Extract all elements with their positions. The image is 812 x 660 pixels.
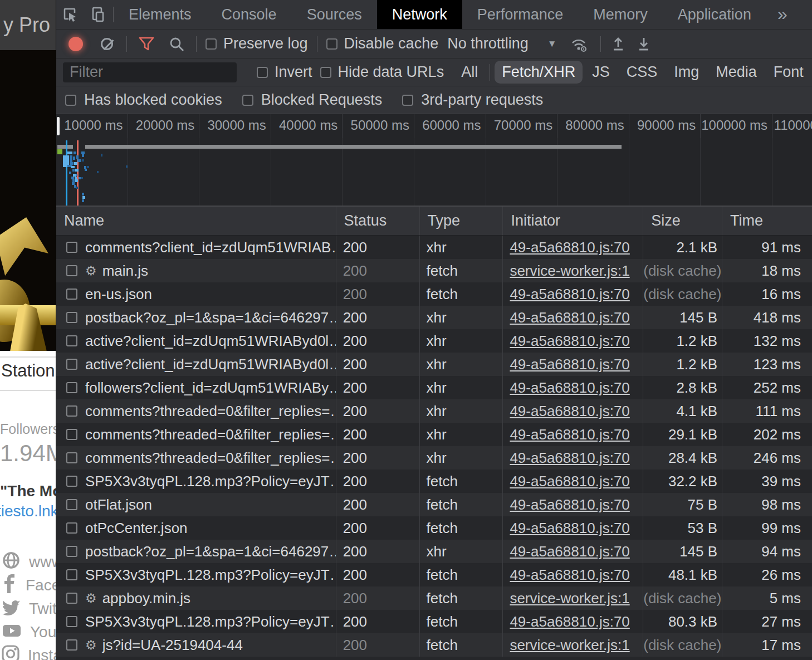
column-header-type[interactable]: Type [420, 207, 503, 235]
filter-type-img[interactable]: Img [667, 61, 706, 84]
initiator-link[interactable]: 49-a5a68810.js:70 [510, 309, 629, 326]
initiator-link[interactable]: service-worker.js:1 [510, 262, 629, 279]
table-row[interactable]: postback?oz_pl=1&spa=1&ci=646297…200xhr4… [56, 306, 812, 329]
initiator-link[interactable]: 49-a5a68810.js:70 [510, 426, 629, 443]
row-checkbox[interactable] [66, 522, 77, 534]
initiator-link[interactable]: 49-a5a68810.js:70 [510, 473, 629, 490]
tab-performance[interactable]: Performance [462, 0, 579, 29]
tab-console[interactable]: Console [207, 0, 292, 29]
request-name[interactable]: comments?threaded=0&filter_replies=… [85, 399, 336, 423]
column-header-size[interactable]: Size [643, 207, 722, 235]
more-tabs-icon[interactable]: » [766, 0, 799, 29]
initiator-link[interactable]: 49-a5a68810.js:70 [510, 333, 629, 349]
bio-link[interactable]: tiesto.lnk [0, 502, 56, 520]
social-link-facebook[interactable]: Faceb [1, 574, 56, 597]
column-header-initiator[interactable]: Initiator [503, 207, 643, 235]
tab-elements[interactable]: Elements [114, 0, 207, 29]
table-row[interactable]: ⚙main.js200fetchservice-worker.js:1(disk… [56, 259, 812, 282]
invert-checkbox[interactable] [257, 67, 268, 78]
row-checkbox[interactable] [66, 499, 77, 510]
row-checkbox[interactable] [66, 429, 77, 440]
filter-type-font[interactable]: Font [766, 61, 805, 84]
table-row[interactable]: followers?client_id=zdUqm51WRIABy…200xhr… [56, 376, 812, 399]
table-row[interactable]: en-us.json200fetch49-a5a68810.js:70(disk… [56, 282, 812, 306]
filter-type-fetch-xhr[interactable]: Fetch/XHR [495, 61, 583, 84]
row-checkbox[interactable] [66, 265, 77, 276]
table-row[interactable]: ⚙js?id=UA-2519404-44200fetchservice-work… [56, 633, 812, 657]
timeline-overview[interactable]: 10000 ms20000 ms30000 ms40000 ms50000 ms… [56, 114, 812, 207]
table-row[interactable]: SP5X3v3tyqPL.128.mp3?Policy=eyJT…200fetc… [56, 470, 812, 493]
initiator-link[interactable]: service-worker.js:1 [510, 637, 629, 653]
table-row[interactable]: otFlat.json200fetch49-a5a68810.js:7075 B… [56, 493, 812, 516]
row-checkbox[interactable] [66, 546, 77, 557]
row-checkbox[interactable] [66, 289, 77, 300]
request-name[interactable]: postback?oz_pl=1&spa=1&ci=646297… [85, 306, 336, 329]
row-checkbox[interactable] [66, 382, 77, 393]
search-icon[interactable] [168, 36, 185, 52]
row-checkbox[interactable] [66, 405, 77, 417]
filter-input[interactable] [63, 62, 237, 82]
initiator-link[interactable]: 49-a5a68810.js:70 [510, 543, 629, 560]
hide-data-urls-checkbox[interactable] [320, 67, 331, 78]
initiator-link[interactable]: 49-a5a68810.js:70 [510, 613, 629, 630]
request-name[interactable]: otFlat.json [85, 493, 152, 516]
row-checkbox[interactable] [66, 476, 77, 487]
hide-data-urls-toggle[interactable]: Hide data URLs [320, 63, 444, 81]
table-row[interactable]: postback?oz_pl=1&spa=1&ci=646297…200xhr4… [56, 540, 812, 563]
column-header-name[interactable]: Name [56, 207, 336, 235]
station-label[interactable]: Station [1, 361, 55, 381]
request-name[interactable]: en-us.json [85, 282, 152, 306]
initiator-link[interactable]: service-worker.js:1 [510, 590, 629, 607]
option-has-blocked-cookies[interactable]: Has blocked cookies [65, 91, 222, 109]
request-name[interactable]: active?client_id=zdUqm51WRIAByd0l… [85, 353, 336, 376]
clear-icon[interactable] [101, 38, 113, 50]
filter-type-media[interactable]: Media [708, 61, 764, 84]
initiator-link[interactable]: 49-a5a68810.js:70 [510, 286, 629, 302]
request-name[interactable]: postback?oz_pl=1&spa=1&ci=646297… [85, 540, 336, 563]
filter-type-css[interactable]: CSS [619, 61, 665, 84]
table-row[interactable]: active?client_id=zdUqm51WRIAByd0l…200xhr… [56, 329, 812, 353]
request-name[interactable]: SP5X3v3tyqPL.128.mp3?Policy=eyJT… [85, 470, 336, 493]
option-checkbox[interactable] [242, 95, 253, 106]
social-link-globe[interactable]: www.t [1, 550, 56, 574]
initiator-link[interactable]: 49-a5a68810.js:70 [510, 566, 629, 583]
table-row[interactable]: ⚙appboy.min.js200fetchservice-worker.js:… [56, 586, 812, 610]
waterfall-overview[interactable] [56, 138, 812, 206]
tab-application[interactable]: Application [663, 0, 766, 29]
device-toolbar-icon[interactable] [89, 6, 106, 23]
row-checkbox[interactable] [66, 593, 77, 604]
column-header-status[interactable]: Status [336, 207, 420, 235]
row-checkbox[interactable] [66, 639, 77, 651]
row-checkbox[interactable] [66, 359, 77, 370]
request-name[interactable]: comments?threaded=0&filter_replies=… [85, 446, 336, 470]
request-name[interactable]: active?client_id=zdUqm51WRIAByd0l… [85, 329, 336, 353]
option-checkbox[interactable] [65, 95, 76, 106]
preserve-log-checkbox[interactable] [206, 38, 217, 50]
option-blocked-requests[interactable]: Blocked Requests [242, 91, 383, 109]
table-row[interactable]: comments?threaded=0&filter_replies=…200x… [56, 399, 812, 423]
initiator-link[interactable]: 49-a5a68810.js:70 [510, 403, 629, 419]
record-button[interactable] [69, 37, 83, 51]
request-name[interactable]: comments?threaded=0&filter_replies=… [85, 423, 336, 446]
table-row[interactable]: comments?client_id=zdUqm51WRIAB…200xhr49… [56, 236, 812, 259]
timeline-handle[interactable] [57, 117, 60, 135]
request-name[interactable]: js?id=UA-2519404-44 [102, 633, 243, 657]
initiator-link[interactable]: 49-a5a68810.js:70 [510, 520, 629, 536]
row-checkbox[interactable] [66, 335, 77, 346]
social-link-twitter[interactable]: Twitte [1, 597, 56, 620]
filter-type-all[interactable]: All [454, 61, 485, 84]
filter-type-js[interactable]: JS [585, 61, 617, 84]
initiator-link[interactable]: 49-a5a68810.js:70 [510, 449, 629, 466]
tab-network[interactable]: Network [377, 0, 462, 29]
request-name[interactable]: followers?client_id=zdUqm51WRIABy… [85, 376, 336, 399]
table-row[interactable]: active?client_id=zdUqm51WRIAByd0l…200xhr… [56, 353, 812, 376]
request-name[interactable]: appboy.min.js [102, 586, 191, 610]
filter-toggle-icon[interactable] [138, 36, 155, 52]
initiator-link[interactable]: 49-a5a68810.js:70 [510, 496, 629, 513]
row-checkbox[interactable] [66, 452, 77, 463]
option-3rd-party-requests[interactable]: 3rd-party requests [402, 91, 543, 109]
disable-cache-toggle[interactable]: Disable cache [326, 35, 439, 52]
table-row[interactable]: comments?threaded=0&filter_replies=…200x… [56, 446, 812, 470]
tab-sources[interactable]: Sources [292, 0, 377, 29]
request-name[interactable]: SP5X3v3tyqPL.128.mp3?Policy=eyJT… [85, 610, 336, 633]
